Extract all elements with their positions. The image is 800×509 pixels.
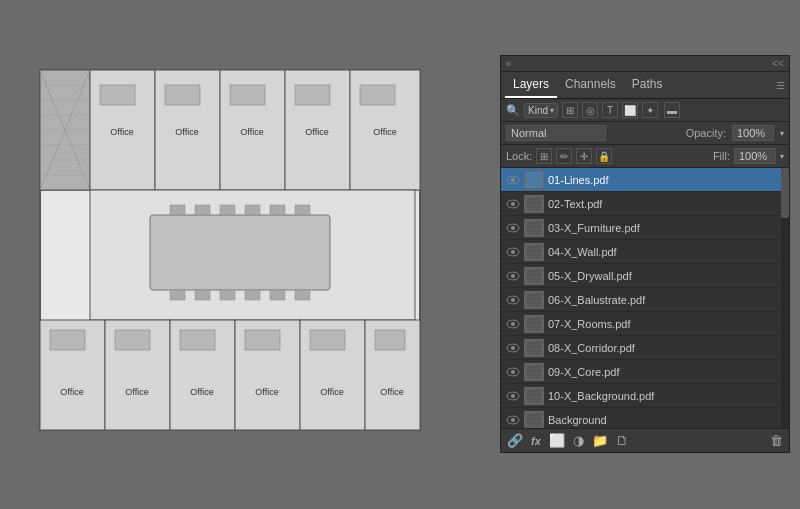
- svg-point-75: [511, 226, 515, 230]
- svg-point-99: [511, 322, 515, 326]
- panel-expand-icon[interactable]: «: [506, 58, 512, 69]
- layer-item[interactable]: 05-X_Drywall.pdf: [501, 264, 789, 288]
- tab-paths[interactable]: Paths: [624, 72, 671, 98]
- layer-name: 10-X_Background.pdf: [548, 390, 784, 402]
- svg-text:Office: Office: [60, 387, 83, 397]
- svg-text:Office: Office: [125, 387, 148, 397]
- layer-visibility-icon[interactable]: [506, 389, 520, 403]
- svg-rect-16: [100, 85, 135, 105]
- lock-pixel-icon[interactable]: ⊞: [536, 148, 552, 164]
- kind-arrow: ▾: [550, 106, 554, 115]
- lock-draw-icon[interactable]: ✏: [556, 148, 572, 164]
- layer-item[interactable]: 01-Lines.pdf: [501, 168, 789, 192]
- tab-layers[interactable]: Layers: [505, 72, 557, 98]
- layer-thumbnail: [524, 411, 544, 429]
- svg-text:Office: Office: [320, 387, 343, 397]
- layer-item[interactable]: 06-X_Balustrate.pdf: [501, 288, 789, 312]
- link-icon[interactable]: 🔗: [507, 433, 523, 448]
- svg-rect-35: [245, 205, 260, 215]
- kind-label: Kind: [528, 105, 548, 116]
- layer-item[interactable]: 04-X_Wall.pdf: [501, 240, 789, 264]
- opacity-label: Opacity:: [686, 127, 726, 139]
- type-icon[interactable]: T: [602, 102, 618, 118]
- layer-visibility-icon[interactable]: [506, 173, 520, 187]
- layer-name: 04-X_Wall.pdf: [548, 246, 784, 258]
- svg-rect-54: [245, 330, 280, 350]
- group-icon[interactable]: 📁: [592, 433, 608, 448]
- layer-name: 06-X_Balustrate.pdf: [548, 294, 784, 306]
- shape-icon[interactable]: ⬜: [622, 102, 638, 118]
- delete-icon[interactable]: 🗑: [770, 433, 783, 448]
- smart-icon[interactable]: ✦: [642, 102, 658, 118]
- layer-visibility-icon[interactable]: [506, 197, 520, 211]
- lock-fill-row: Lock: ⊞ ✏ ✛ 🔒 Fill: ▾: [501, 145, 789, 168]
- layer-visibility-icon[interactable]: [506, 293, 520, 307]
- fill-label: Fill:: [713, 150, 730, 162]
- mask-icon[interactable]: ⬜: [549, 433, 565, 448]
- svg-rect-45: [50, 330, 85, 350]
- panel-bottom-toolbar: 🔗 fx ⬜ ◑ 📁 🗋 🗑: [501, 428, 789, 452]
- svg-point-69: [511, 202, 515, 206]
- layer-thumbnail: [524, 291, 544, 309]
- svg-point-105: [511, 346, 515, 350]
- svg-text:Office: Office: [380, 387, 403, 397]
- svg-point-93: [511, 298, 515, 302]
- svg-text:Office: Office: [110, 127, 133, 137]
- layer-item[interactable]: 10-X_Background.pdf: [501, 384, 789, 408]
- layer-visibility-icon[interactable]: [506, 341, 520, 355]
- fill-input[interactable]: [734, 148, 776, 164]
- scrollbar-track[interactable]: [781, 168, 789, 428]
- pixel-icon[interactable]: ⊞: [562, 102, 578, 118]
- svg-rect-51: [180, 330, 215, 350]
- svg-rect-25: [295, 85, 330, 105]
- layer-item[interactable]: 03-X_Furniture.pdf: [501, 216, 789, 240]
- layer-thumbnail: [524, 387, 544, 405]
- new-layer-icon[interactable]: 🗋: [616, 433, 629, 448]
- layer-visibility-icon[interactable]: [506, 365, 520, 379]
- lock-all-icon[interactable]: 🔒: [596, 148, 612, 164]
- layer-item[interactable]: Background: [501, 408, 789, 428]
- adjustment-icon[interactable]: ◎: [582, 102, 598, 118]
- svg-rect-22: [230, 85, 265, 105]
- lock-move-icon[interactable]: ✛: [576, 148, 592, 164]
- filter-icon[interactable]: ▬: [664, 102, 680, 118]
- layer-name: 02-Text.pdf: [548, 198, 784, 210]
- floor-plan-svg: Office Office Office Office Office Offic…: [20, 30, 440, 470]
- opacity-arrow[interactable]: ▾: [780, 129, 784, 138]
- layer-item[interactable]: 02-Text.pdf: [501, 192, 789, 216]
- svg-text:Office: Office: [373, 127, 396, 137]
- svg-point-123: [511, 418, 515, 422]
- kind-filter[interactable]: Kind ▾: [524, 103, 558, 118]
- tab-channels[interactable]: Channels: [557, 72, 624, 98]
- fill-arrow[interactable]: ▾: [780, 152, 784, 161]
- svg-point-81: [511, 250, 515, 254]
- blend-opacity-row: Normal Opacity: ▾: [501, 122, 789, 145]
- layer-thumbnail: [524, 363, 544, 381]
- fx-icon[interactable]: fx: [531, 435, 541, 447]
- scrollbar-thumb[interactable]: [781, 168, 789, 218]
- layer-item[interactable]: 09-X_Core.pdf: [501, 360, 789, 384]
- opacity-input[interactable]: [732, 125, 774, 141]
- adjustment-layer-icon[interactable]: ◑: [573, 433, 584, 448]
- layer-item[interactable]: 07-X_Rooms.pdf: [501, 312, 789, 336]
- svg-rect-41: [245, 290, 260, 300]
- layers-list: 01-Lines.pdf02-Text.pdf03-X_Furniture.pd…: [501, 168, 789, 428]
- layer-visibility-icon[interactable]: [506, 317, 520, 331]
- layer-visibility-icon[interactable]: [506, 245, 520, 259]
- blend-mode-select[interactable]: Normal: [506, 125, 606, 141]
- svg-text:Office: Office: [175, 127, 198, 137]
- panel-collapse-icon[interactable]: <<: [772, 58, 784, 69]
- layer-visibility-icon[interactable]: [506, 221, 520, 235]
- panel-menu-icon[interactable]: ☰: [776, 72, 785, 98]
- layer-name: 03-X_Furniture.pdf: [548, 222, 784, 234]
- svg-rect-38: [170, 290, 185, 300]
- svg-rect-60: [375, 330, 405, 350]
- layer-name: 09-X_Core.pdf: [548, 366, 784, 378]
- layer-visibility-icon[interactable]: [506, 413, 520, 427]
- svg-point-117: [511, 394, 515, 398]
- layer-visibility-icon[interactable]: [506, 269, 520, 283]
- layer-thumbnail: [524, 171, 544, 189]
- lock-label: Lock:: [506, 150, 532, 162]
- layer-item[interactable]: 08-X_Corridor.pdf: [501, 336, 789, 360]
- svg-rect-42: [270, 290, 285, 300]
